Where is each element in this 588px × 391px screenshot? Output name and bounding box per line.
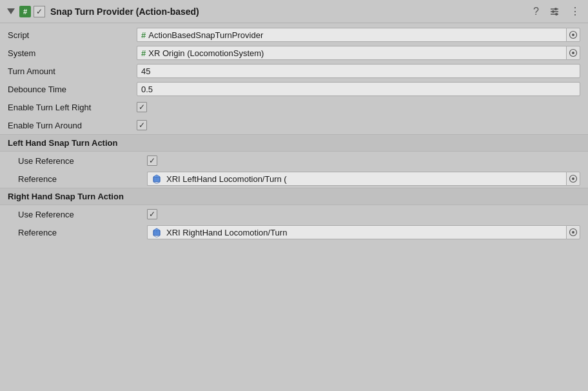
system-select-icon [569,48,578,57]
turn-amount-label: Turn Amount [8,66,137,76]
right-hand-title: Right Hand Snap Turn Action [8,192,124,201]
script-select-button[interactable] [566,28,580,42]
left-hand-reference-field: XRI LeftHand Locomotion/Turn ( [147,172,566,186]
select-icon [569,30,578,39]
system-row: System # XR Origin (LocomotionSystem) [0,44,588,62]
left-hand-use-reference-label: Use Reference [18,156,147,166]
debounce-time-input[interactable] [137,82,580,96]
enable-turn-lr-checkbox[interactable]: ✓ [137,102,147,112]
right-hand-use-reference-row: Use Reference ✓ [0,205,588,223]
sliders-icon [549,6,560,17]
check-mark-around: ✓ [139,121,145,129]
left-ref-select-icon [569,174,578,183]
left-hand-ref-field-group: XRI LeftHand Locomotion/Turn ( [147,172,580,186]
script-row: Script # ActionBasedSnapTurnProvider [0,26,588,44]
right-hand-reference-select-button[interactable] [566,225,580,239]
svg-point-15 [572,231,574,234]
left-hand-cube-icon [152,174,162,184]
svg-point-9 [572,52,574,54]
right-hand-cube-icon [152,227,162,237]
script-hash-icon: # [19,6,31,17]
left-hand-use-reference-value-container: ✓ [147,155,580,166]
sliders-button[interactable] [547,5,562,18]
enable-turn-lr-label: Enable Turn Left Right [8,103,137,112]
right-hand-use-reference-checkbox[interactable]: ✓ [147,209,157,219]
right-hand-reference-value-container: XRI RightHand Locomotion/Turn [147,225,580,239]
debounce-time-label: Debounce Time [8,85,137,94]
enable-turn-around-label: Enable Turn Around [8,121,137,130]
system-value-text: XR Origin (LocomotionSystem) [148,48,264,58]
panel-content: Script # ActionBasedSnapTurnProvider [0,23,588,244]
enable-turn-lr-row: Enable Turn Left Right ✓ [0,98,588,116]
svg-point-5 [555,13,558,15]
script-hash-small: # [141,30,146,40]
turn-amount-row: Turn Amount [0,62,588,80]
system-label: System [8,48,137,58]
right-ref-select-icon [569,228,578,237]
script-value-text: ActionBasedSnapTurnProvider [148,30,263,40]
enable-turn-lr-value-container: ✓ [137,102,580,112]
svg-point-4 [552,10,554,13]
right-hand-section-header: Right Hand Snap Turn Action [0,188,588,205]
component-enabled-checkbox[interactable]: ✓ [34,6,45,17]
help-button[interactable]: ? [531,5,542,19]
right-hand-use-reference-label: Use Reference [18,210,147,219]
right-hand-reference-row: Reference XRI RightHand Locomotion/Tu [0,223,588,241]
system-field-group: # XR Origin (LocomotionSystem) [137,46,580,60]
system-field: # XR Origin (LocomotionSystem) [137,46,566,60]
turn-amount-value-container [137,64,580,78]
check-mark-right-ref: ✓ [149,210,155,218]
right-hand-use-reference-value-container: ✓ [147,209,580,219]
left-hand-use-reference-row: Use Reference ✓ [0,152,588,170]
right-hand-reference-label: Reference [18,228,147,237]
debounce-time-row: Debounce Time [0,80,588,98]
help-icon: ? [533,6,539,17]
left-hand-reference-value-container: XRI LeftHand Locomotion/Turn ( [147,172,580,186]
script-value-container: # ActionBasedSnapTurnProvider [137,28,580,42]
left-hand-reference-select-button[interactable] [566,172,580,186]
check-mark-left-ref: ✓ [149,157,155,165]
right-hand-ref-field-group: XRI RightHand Locomotion/Turn [147,225,580,239]
turn-amount-input[interactable] [137,64,580,78]
system-select-button[interactable] [566,46,580,60]
system-value-container: # XR Origin (LocomotionSystem) [137,46,580,60]
svg-point-3 [554,8,557,10]
header-actions: ? ⋮ [531,4,583,19]
script-label: Script [8,30,137,40]
check-mark: ✓ [139,103,145,111]
left-hand-section-header: Left Hand Snap Turn Action [0,134,588,152]
panel-header: # ✓ Snap Turn Provider (Action-based) ? … [0,0,588,23]
left-hand-reference-value-text: XRI LeftHand Locomotion/Turn ( [166,174,287,184]
snap-turn-provider-panel: # ✓ Snap Turn Provider (Action-based) ? … [0,0,588,244]
enable-turn-around-checkbox[interactable]: ✓ [137,120,147,130]
enable-turn-around-row: Enable Turn Around ✓ [0,116,588,134]
right-hand-reference-value-text: XRI RightHand Locomotion/Turn [166,228,287,237]
enable-turn-around-value-container: ✓ [137,120,580,130]
collapse-arrow-icon[interactable] [5,6,17,17]
script-field-group: # ActionBasedSnapTurnProvider [137,28,580,42]
left-hand-use-reference-checkbox[interactable]: ✓ [147,155,157,166]
debounce-time-value-container [137,82,580,96]
system-hash-icon: # [141,48,146,58]
left-hand-reference-label: Reference [18,174,147,184]
svg-point-7 [572,34,574,36]
panel-title: Snap Turn Provider (Action-based) [50,6,528,17]
more-button[interactable]: ⋮ [567,4,583,19]
more-icon: ⋮ [570,5,580,17]
script-field: # ActionBasedSnapTurnProvider [137,28,566,42]
svg-point-12 [572,177,574,180]
left-hand-reference-row: Reference XRI LeftHand Locomotion/Tur [0,170,588,188]
left-hand-title: Left Hand Snap Turn Action [8,138,117,148]
right-hand-reference-field: XRI RightHand Locomotion/Turn [147,225,566,239]
